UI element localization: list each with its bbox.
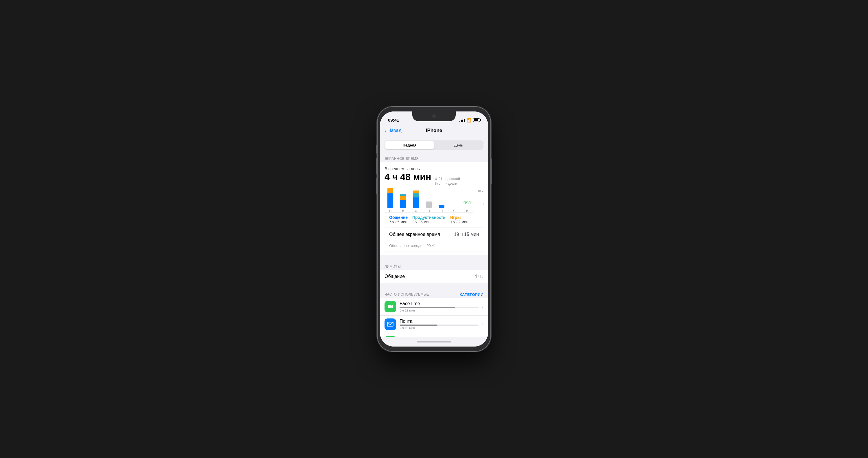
mute-button[interactable] (376, 144, 378, 154)
segment-day[interactable]: День (434, 141, 483, 149)
app-icon-mail (384, 318, 396, 330)
home-bar (416, 341, 452, 342)
nav-bar: ‹ Назад iPhone (380, 124, 488, 137)
signal-bar-2 (461, 120, 462, 122)
app-time-mail: 2 ч 19 мин (400, 326, 478, 330)
chart-avg-label: средн. (464, 200, 473, 204)
bar-sun: В (462, 185, 473, 212)
chevron-right-icon: › (482, 274, 484, 279)
update-row: Обновлено: сегодня, 09:41 (384, 241, 484, 252)
freq-header: ЧАСТО ИСПОЛЬЗУЕМЫЕ КАТЕГОРИИ (380, 289, 488, 298)
category-social[interactable]: Общение 7 ч 35 мин (389, 215, 408, 224)
app-chevron-facetime: › (482, 304, 484, 309)
limits-card: Общение 4 ч › (380, 270, 488, 283)
screentime-section-label: ЭКРАННОЕ ВРЕМЯ (380, 153, 488, 162)
bar-sat: С (448, 185, 460, 212)
limits-row-social[interactable]: Общение 4 ч › (380, 270, 488, 283)
app-bar-mail: 2 ч 19 мин (400, 324, 478, 330)
power-button[interactable] (490, 159, 492, 184)
battery-fill (474, 119, 478, 121)
bar-seg-wed-games (413, 191, 419, 193)
phone-frame: 09:41 📶 ‹ Назад iPhone (378, 107, 490, 351)
signal-bar-3 (462, 120, 463, 122)
bar-seg-wed-prod (413, 193, 419, 197)
chart-day-sun: В (466, 209, 468, 212)
chart-axis (384, 212, 473, 213)
signal-icon (460, 118, 465, 122)
app-bar-fill-facetime (400, 307, 455, 308)
cat-social-name: Общение (389, 215, 408, 220)
status-time: 09:41 (388, 118, 399, 122)
bar-stack-fri (439, 205, 444, 208)
chart-area: 10 ч средн. П (384, 189, 484, 213)
chart-day-tue: В (402, 209, 404, 212)
bar-seg-tue-prod (400, 194, 406, 196)
notch (412, 111, 456, 121)
chart-day-mon: П (389, 209, 392, 212)
segment-control: Неделя День (384, 140, 484, 150)
app-row-facetime[interactable]: FaceTime 3 ч 22 мин › (380, 298, 488, 316)
battery-icon (473, 118, 480, 122)
category-row: Общение 7 ч 35 мин Продуктивность 2 ч 36… (384, 213, 484, 228)
app-icon-facetime (384, 301, 396, 312)
limits-item-value: 4 ч › (474, 274, 484, 279)
cat-games-time: 1 ч 32 мин (450, 220, 468, 224)
app-name-mail: Почта (400, 319, 478, 324)
total-label: Общее экранное время (389, 232, 440, 237)
change-pct: ⬇ 21 % с (435, 177, 444, 186)
chart-day-wed: С (415, 209, 417, 212)
screentime-card: В среднем за день 4 ч 48 мин ⬇ 21 % с пр… (380, 162, 488, 255)
app-chevron-mail: › (482, 322, 484, 327)
signal-bar-4 (464, 119, 465, 122)
camera (432, 114, 436, 118)
update-text: Обновлено: сегодня, 09:41 (389, 244, 436, 248)
app-bar-facetime: 3 ч 22 мин (400, 307, 478, 312)
avg-label: В среднем за день (384, 167, 484, 171)
status-icons: 📶 (460, 118, 480, 122)
app-row-messages[interactable]: Сообщения 1 ч 33 мин › (380, 333, 488, 337)
bar-stack-sat (452, 185, 458, 208)
home-indicator (380, 337, 488, 347)
app-bar-fill-mail (400, 324, 437, 326)
wifi-icon: 📶 (466, 118, 471, 122)
bar-stack-mon (388, 188, 393, 208)
app-name-facetime: FaceTime (400, 301, 478, 306)
category-games[interactable]: Игры 1 ч 32 мин (450, 215, 468, 224)
categories-button[interactable]: КАТЕГОРИИ (460, 292, 484, 297)
app-bar-bg-facetime (400, 307, 478, 308)
volume-up-button[interactable] (376, 158, 378, 175)
back-button[interactable]: ‹ Назад (384, 127, 402, 134)
back-chevron-icon: ‹ (384, 127, 386, 134)
svg-marker-1 (388, 305, 391, 308)
bar-stack-sun (464, 185, 470, 208)
app-info-mail: Почта 2 ч 19 мин (400, 319, 478, 330)
segment-week[interactable]: Неделя (385, 141, 434, 149)
chart-day-fri: П (440, 209, 443, 212)
page-title: iPhone (426, 128, 442, 134)
bar-seg-mon-games (388, 188, 393, 193)
chart-avg-line: средн. (384, 200, 473, 204)
content-scroll[interactable]: Неделя День ЭКРАННОЕ ВРЕМЯ В среднем за … (380, 137, 488, 337)
freq-section: ЧАСТО ИСПОЛЬЗУЕМЫЕ КАТЕГОРИИ FaceTime (380, 289, 488, 337)
back-label: Назад (388, 128, 402, 134)
total-row: Общее экранное время 19 ч 15 мин (384, 228, 484, 241)
phone-screen: 09:41 📶 ‹ Назад iPhone (380, 111, 488, 347)
total-value: 19 ч 15 мин (454, 232, 479, 237)
segment-wrap: Неделя День (380, 137, 488, 153)
app-info-facetime: FaceTime 3 ч 22 мин (400, 301, 478, 312)
signal-bar-1 (460, 121, 460, 122)
app-row-mail[interactable]: Почта 2 ч 19 мин › (380, 316, 488, 333)
time-row: 4 ч 48 мин ⬇ 21 % с прошлой недели (384, 172, 484, 186)
chart-scale-zero: 0 (482, 202, 484, 206)
big-time: 4 ч 48 мин (384, 172, 431, 181)
bar-fri: П (436, 205, 447, 212)
cat-prod-time: 2 ч 36 мин (412, 220, 445, 224)
chart-day-thu: Ч (428, 209, 430, 212)
chart-scale-top: 10 ч (477, 189, 484, 193)
category-productivity[interactable]: Продуктивность 2 ч 36 мин (412, 215, 445, 224)
cat-games-name: Игры (450, 215, 468, 220)
bar-stack-wed (413, 191, 419, 208)
cat-social-time: 7 ч 35 мин (389, 220, 408, 224)
volume-down-button[interactable] (376, 177, 378, 194)
app-time-facetime: 3 ч 22 мин (400, 309, 478, 312)
